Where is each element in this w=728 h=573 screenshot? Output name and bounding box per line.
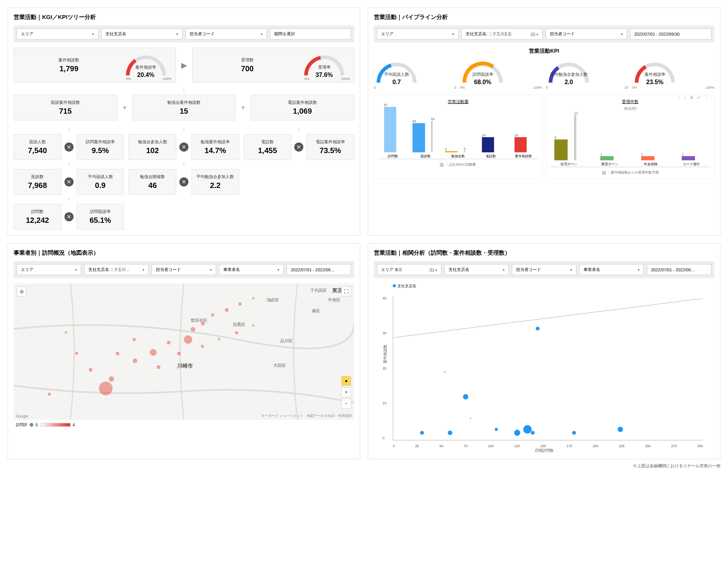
filter-period[interactable]: 期間を選択 [270, 28, 351, 39]
filter-branch[interactable]: 支社支店名▾ [101, 28, 183, 39]
chevron-down-icon: ▾ [570, 268, 572, 272]
chart-toolbar[interactable]: ↑ ↓ A ⤢ ⋮ [678, 95, 710, 100]
filter-branch[interactable]: 支社支店名▾ [444, 264, 509, 275]
kpi-col1-r1a: 面談人数7,540 [14, 134, 61, 160]
locate-button[interactable]: ◎ [17, 286, 27, 296]
map-district-label: 千代田区 [310, 288, 327, 293]
map-district-label: 中央区 [328, 297, 340, 303]
gauge-consult-rate: 案件相談率23.5%0%100% [632, 59, 714, 89]
up-arrow-icon: ↑ [14, 196, 124, 202]
filter-staff[interactable]: 担当者コード▾ [546, 28, 627, 39]
up-arrow-icon: ↑ [14, 161, 124, 168]
filter-bar: エリア▾ 支社支店名▾ 担当者コード▾ 期間を選択 [14, 25, 354, 42]
kpi-col3-r1b: 電話案件相談率73.5% [306, 134, 354, 160]
google-logo: Google [16, 414, 28, 418]
filter-period[interactable]: 2022/07/01 - 2022/09/30 [630, 28, 712, 39]
kpi-col3-r1a: 電話数1,455 [244, 134, 292, 160]
filter-area[interactable]: エリア▾ [377, 28, 458, 39]
up-arrow-icon: ↑ [129, 161, 239, 168]
legend-swatch [440, 163, 444, 167]
times-icon: ✕ [179, 142, 188, 152]
map-legend: 訪問詳 0 4 [14, 420, 354, 430]
zoom-in-button[interactable]: + [341, 387, 351, 397]
chevron-down-icon: ▾ [278, 268, 279, 272]
kpi-mid-b: 勉強会案件相談数15 [132, 95, 236, 121]
chevron-down-icon: ▾ [452, 32, 454, 36]
zoom-out-button[interactable]: − [341, 399, 351, 409]
map-district-label: 渋谷区 [267, 297, 279, 303]
panel-pipeline: 営業活動｜パイプライン分析 エリア▾ 支社支店名: 二子玉川支店(1) ▾ 担当… [368, 8, 720, 236]
chevron-down-icon: ▾ [176, 32, 178, 36]
filter-staff[interactable]: 担当者コード▾ [512, 264, 576, 275]
gauge-avg-meeting: 平均面談人数0.702 [374, 59, 456, 89]
gauge-consult-rate: 案件相談率20.4% [123, 52, 169, 78]
filter-area[interactable]: エリア▾ [17, 264, 81, 275]
filter-area[interactable]: エリア▾ [17, 28, 98, 39]
chevron-down-icon: ▾ [143, 268, 144, 272]
times-icon: ✕ [64, 212, 74, 221]
legend-swatch [602, 171, 606, 175]
x-axis-label: 月間訪問数 [374, 448, 714, 453]
plus-icon: + [239, 103, 247, 112]
chevron-down-icon: ▾ [537, 33, 538, 36]
filter-period[interactable]: 2022/07/01 - 2022/08… [647, 264, 711, 275]
chevron-down-icon: ▾ [75, 268, 77, 272]
gauge-visit-rate: 訪問面談率68.0%0%100% [460, 59, 542, 89]
arrow-icon: ▶ [180, 61, 188, 70]
kpi-col1-r2a: 面談数7,968 [14, 169, 61, 195]
filter-area[interactable]: エリア 東京(1) ▾ [377, 264, 441, 275]
panel-title: 営業活動｜パイプライン分析 [374, 14, 714, 21]
times-icon: ✕ [64, 177, 74, 186]
legend-dot-icon [393, 284, 396, 287]
kpi-col2-r2b: 平均勉強会参加人数2.2 [191, 169, 239, 195]
map[interactable]: 東京 川崎市 渋谷区 世田谷区 目黒区 大田区 港区 千代田区 中央区 品川区 … [14, 283, 354, 420]
svg-line-1 [393, 298, 703, 337]
panel-title: 事業者別｜訪問概況（地図表示） [14, 249, 354, 257]
chevron-down-icon: ▾ [503, 268, 505, 272]
map-district-label: 品川区 [280, 338, 293, 344]
kpi-col2-r1a: 勉強会参加人数102 [129, 134, 176, 160]
chevron-down-icon: ▾ [210, 268, 212, 272]
map-district-label: 世田谷区 [191, 318, 207, 323]
up-arrow-icon: ↑ [14, 87, 354, 93]
map-city-label: 川崎市 [177, 363, 193, 369]
filter-business[interactable]: 事業者名▾ [219, 264, 284, 275]
map-district-label: 大田区 [273, 363, 286, 368]
up-arrow-icon: ↑ [244, 127, 354, 133]
kpi-card-accepted: 受理数 700 [196, 57, 299, 73]
chevron-down-icon: ▾ [435, 268, 437, 272]
kpi-section-title: 営業活動KPI [374, 48, 714, 55]
kpi-col1-r3a: 訪問数12,242 [14, 204, 61, 230]
filter-staff[interactable]: 担当者コード▾ [185, 28, 267, 39]
scatter-legend: 支社支店名 [393, 283, 714, 289]
kpi-card-consultations: 案件相談数 1,799 [18, 57, 120, 73]
footnote: ※上図は金融機関におけるリテール営業の一例 [8, 463, 720, 469]
filter-bar: エリア▾ 支社支店名: 二子玉川支店(1) ▾ 担当者コード▾ 2022/07/… [374, 25, 714, 42]
kpi-col1-r1b: 訪問案件相談率9.5% [77, 134, 124, 160]
times-icon: ✕ [64, 142, 74, 152]
panel-title: 営業活動｜相関分析（訪問数・案件相談数・受理数） [374, 249, 714, 257]
up-arrow-icon: ↑ [129, 127, 239, 133]
filter-business[interactable]: 事業者名▾ [579, 264, 644, 275]
streetview-button[interactable]: ● [341, 376, 351, 386]
map-district-label: 港区 [312, 308, 320, 314]
fullscreen-button[interactable]: ⛶ [341, 286, 351, 296]
kpi-col2-r1b: 勉強案件相談率14.7% [191, 134, 239, 160]
filter-branch[interactable]: 支社支店名 二子玉川…▾ [84, 264, 149, 275]
filter-period[interactable]: 2022/07/01 - 2022/08… [287, 264, 351, 275]
filter-branch[interactable]: 支社支店名: 二子玉川支店(1) ▾ [461, 28, 543, 39]
filter-staff[interactable]: 担当者コード▾ [152, 264, 216, 275]
gauge-accept-rate: 受理率37.6% [301, 52, 347, 78]
filter-bar: エリア 東京(1) ▾ 支社支店名▾ 担当者コード▾ 事業者名▾ 2022/07… [374, 261, 714, 278]
kpi-col2-r2a: 勉強会開催数46 [129, 169, 176, 195]
chart-acceptance: ↑ ↓ A ⤢ ⋮ 受理件数 (商品別) 511住宅ローン1教育ローン1年金保険… [546, 95, 714, 179]
chevron-down-icon: ▾ [261, 32, 263, 36]
x-axis-ticks: 0255075100125150175200225250275300 [393, 444, 703, 448]
scatter-plot: 010203040 [393, 296, 703, 440]
panel-correlation: 営業活動｜相関分析（訪問数・案件相談数・受理数） エリア 東京(1) ▾ 支社支… [368, 243, 720, 459]
chevron-down-icon: ▾ [92, 32, 94, 36]
gauge-avg-seminar: 平均勉強会参加人数2.0010 [546, 59, 628, 89]
up-arrow-icon: ↑ [14, 127, 124, 133]
kpi-col1-r3b: 訪問面談率65.1% [77, 204, 124, 230]
svg-rect-0 [14, 283, 354, 420]
